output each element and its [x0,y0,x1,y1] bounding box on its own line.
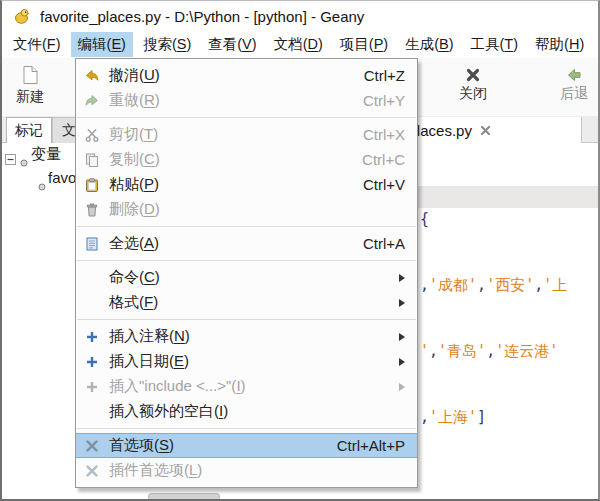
title-bar: favorite_places.py - D:\Python - [python… [2,1,598,31]
menu-shortcut: Ctrl+X [343,126,405,143]
menu-separator [77,428,416,429]
submenu-arrow-icon [399,299,405,307]
menu-shortcut: Ctrl+V [343,176,405,193]
menubar-item-edit[interactable]: 编辑(E) [71,32,133,57]
code-text: { ,'成都','西安','上 ','青岛','连云港' ,'上海'] favo… [420,164,574,501]
new-file-icon [19,64,41,86]
menubar-item-project[interactable]: 项目(P) [333,32,395,57]
close-button[interactable]: 关闭 [440,64,506,103]
menu-item-cut[interactable]: 剪切(T) Ctrl+X [76,122,417,147]
menubar-item-document[interactable]: 文档(D) [267,32,330,57]
menu-item-format[interactable]: 格式(F) [76,290,417,315]
menubar-item-help[interactable]: 帮助(H) [528,32,591,57]
menu-bar: 文件(F) 编辑(E) 搜索(S) 查看(V) 文档(D) 项目(P) 生成(B… [2,31,598,59]
menubar-item-build[interactable]: 生成(B) [398,32,460,57]
menu-item-insert-whitespace[interactable]: 插入额外的空白(I) [76,399,417,424]
submenu-arrow-icon [399,274,405,282]
menu-item-preferences[interactable]: 首选项(S) Ctrl+Alt+P [76,433,417,458]
undo-icon [83,68,101,84]
window-title: favorite_places.py - D:\Python - [python… [40,8,364,25]
submenu-arrow-icon [399,358,405,366]
app-icon [13,7,31,25]
menu-item-select-all[interactable]: 全选(A) Ctrl+A [76,231,417,256]
plus-icon [83,354,101,370]
menu-separator [77,117,416,118]
new-file-label: 新建 [16,88,44,106]
menu-item-paste[interactable]: 粘贴(P) Ctrl+V [76,172,417,197]
delete-icon [83,202,101,218]
menu-item-copy[interactable]: 复制(C) Ctrl+C [76,147,417,172]
menu-shortcut: Ctrl+Alt+P [317,437,405,454]
menubar-item-search[interactable]: 搜索(S) [136,32,198,57]
tree-item-variables[interactable]: 变量 [31,145,61,164]
back-label: 后退 [560,85,588,103]
menu-item-insert-comments[interactable]: 插入注释(N) [76,324,417,349]
menu-item-redo[interactable]: 重做(R) Ctrl+Y [76,88,417,113]
edit-menu: 撤消(U) Ctrl+Z 重做(R) Ctrl+Y 剪切(T) Ctrl+X 复… [75,58,418,488]
horizontal-scrollbar-thumb[interactable] [148,493,220,501]
back-arrow-icon [566,67,582,83]
menu-shortcut: Ctrl+Z [344,67,405,84]
menu-item-plugin-preferences[interactable]: 插件首选项(L) [76,458,417,483]
new-file-button[interactable]: 新建 [8,64,52,106]
submenu-arrow-icon [399,333,405,341]
preferences-icon [83,438,101,454]
menu-separator [77,319,416,320]
paste-icon [83,177,101,193]
plus-icon [83,379,101,395]
cut-icon [83,127,101,143]
copy-icon [83,152,101,168]
menu-item-undo[interactable]: 撤消(U) Ctrl+Z [76,63,417,88]
menu-item-commands[interactable]: 命令(C) [76,265,417,290]
tree-bullet-icon [20,153,28,170]
plus-icon [83,329,101,345]
menu-separator [77,260,416,261]
tree-expander-icon[interactable] [5,151,16,168]
menu-separator [77,226,416,227]
menu-shortcut: Ctrl+Y [343,92,405,109]
menu-shortcut: Ctrl+A [343,235,405,252]
close-label: 关闭 [459,85,487,103]
tab-close-icon[interactable] [480,125,491,136]
menu-item-insert-include[interactable]: 插入"include <...>"(I) [76,374,417,399]
tree-bullet-icon [38,177,46,194]
menubar-item-file[interactable]: 文件(F) [6,32,68,57]
menubar-item-view[interactable]: 查看(V) [201,32,263,57]
menu-item-delete[interactable]: 删除(D) [76,197,417,222]
preferences-icon [83,463,101,479]
back-button[interactable]: 后退 [548,64,600,103]
menubar-item-tools[interactable]: 工具(T) [464,32,526,57]
menu-shortcut: Ctrl+C [342,151,405,168]
submenu-arrow-icon [399,383,405,391]
sidebar-tab-symbols[interactable]: 标记 [6,117,52,143]
redo-icon [83,93,101,109]
menu-item-insert-date[interactable]: 插入日期(E) [76,349,417,374]
select-all-icon [83,236,101,252]
close-icon [465,67,481,83]
